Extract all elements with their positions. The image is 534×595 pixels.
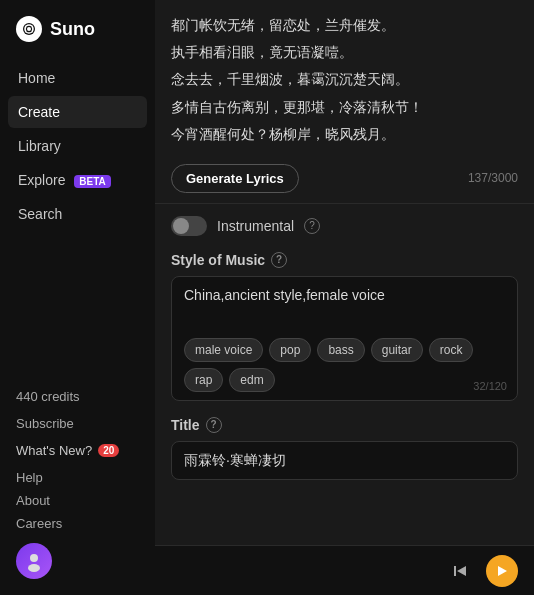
sidebar-bottom: 440 credits Subscribe What's New? 20 Hel… [0, 388, 155, 579]
style-tag-male-voice[interactable]: male voice [184, 338, 263, 362]
style-tags: male voice pop bass guitar rock rap edm [184, 338, 505, 392]
beta-badge: BETA [74, 175, 110, 188]
style-tag-bass[interactable]: bass [317, 338, 364, 362]
sidebar-item-library[interactable]: Library [8, 130, 147, 162]
instrumental-help-icon[interactable]: ? [304, 218, 320, 234]
play-button[interactable] [486, 555, 518, 587]
logo-text: Suno [50, 19, 95, 40]
sidebar-item-home[interactable]: Home [8, 62, 147, 94]
style-textarea-wrapper: China,ancient style,female voice male vo… [171, 276, 518, 401]
player-bar [155, 545, 534, 595]
style-char-count: 32/120 [473, 380, 507, 392]
svg-rect-4 [454, 566, 456, 576]
sidebar-nav: Home Create Library Explore BETA Search [0, 62, 155, 230]
style-tag-rock[interactable]: rock [429, 338, 474, 362]
suno-logo-icon [16, 16, 42, 42]
sidebar-item-explore[interactable]: Explore BETA [8, 164, 147, 196]
style-tag-pop[interactable]: pop [269, 338, 311, 362]
careers-link[interactable]: Careers [16, 516, 139, 531]
credits-display: 440 credits [16, 388, 139, 404]
skip-back-button[interactable] [444, 555, 476, 587]
lyrics-char-count: 137/3000 [468, 171, 518, 185]
generate-lyrics-row: Generate Lyrics 137/3000 [155, 156, 534, 204]
title-label: Title ? [171, 417, 518, 433]
subscribe-button[interactable]: Subscribe [16, 416, 139, 431]
lyrics-line-1: 都门帐饮无绪，留恋处，兰舟催发。 [171, 12, 518, 39]
user-avatar[interactable] [16, 543, 52, 579]
style-section-label: Style of Music ? [171, 252, 518, 268]
sidebar-logo: Suno [0, 16, 155, 62]
title-input-wrapper [171, 441, 518, 480]
sidebar-links: Help About Careers [16, 470, 139, 531]
svg-point-1 [27, 27, 31, 31]
svg-point-2 [30, 554, 38, 562]
help-link[interactable]: Help [16, 470, 139, 485]
style-tag-rap[interactable]: rap [184, 368, 223, 392]
style-tag-guitar[interactable]: guitar [371, 338, 423, 362]
about-link[interactable]: About [16, 493, 139, 508]
toggle-knob [173, 218, 189, 234]
whats-new-item[interactable]: What's New? 20 [16, 443, 139, 458]
main-content: 都门帐饮无绪，留恋处，兰舟催发。 执手相看泪眼，竟无语凝噎。 念去去，千里烟波，… [155, 0, 534, 595]
sidebar-item-search[interactable]: Search [8, 198, 147, 230]
lyrics-line-5: 今宵酒醒何处？杨柳岸，晓风残月。 [171, 121, 518, 148]
lyrics-line-3: 念去去，千里烟波，暮霭沉沉楚天阔。 [171, 66, 518, 93]
svg-point-3 [28, 564, 40, 572]
instrumental-label: Instrumental [217, 218, 294, 234]
generate-lyrics-button[interactable]: Generate Lyrics [171, 164, 299, 193]
svg-marker-6 [498, 566, 507, 576]
svg-marker-5 [457, 566, 466, 576]
lyrics-line-4: 多情自古伤离别，更那堪，冷落清秋节！ [171, 94, 518, 121]
sidebar-item-create[interactable]: Create [8, 96, 147, 128]
player-spacer [155, 490, 534, 540]
style-of-music-section: Style of Music ? China,ancient style,fem… [155, 248, 534, 413]
instrumental-toggle[interactable] [171, 216, 207, 236]
style-tag-edm[interactable]: edm [229, 368, 274, 392]
lyrics-area: 都门帐饮无绪，留恋处，兰舟催发。 执手相看泪眼，竟无语凝噎。 念去去，千里烟波，… [155, 0, 534, 156]
notification-badge: 20 [98, 444, 119, 457]
instrumental-row: Instrumental ? [155, 204, 534, 248]
lyrics-line-2: 执手相看泪眼，竟无语凝噎。 [171, 39, 518, 66]
style-help-icon[interactable]: ? [271, 252, 287, 268]
title-input[interactable] [184, 453, 505, 469]
title-help-icon[interactable]: ? [206, 417, 222, 433]
sidebar: Suno Home Create Library Explore BETA Se… [0, 0, 155, 595]
style-textarea[interactable]: China,ancient style,female voice [184, 287, 505, 327]
title-section: Title ? [155, 413, 534, 490]
